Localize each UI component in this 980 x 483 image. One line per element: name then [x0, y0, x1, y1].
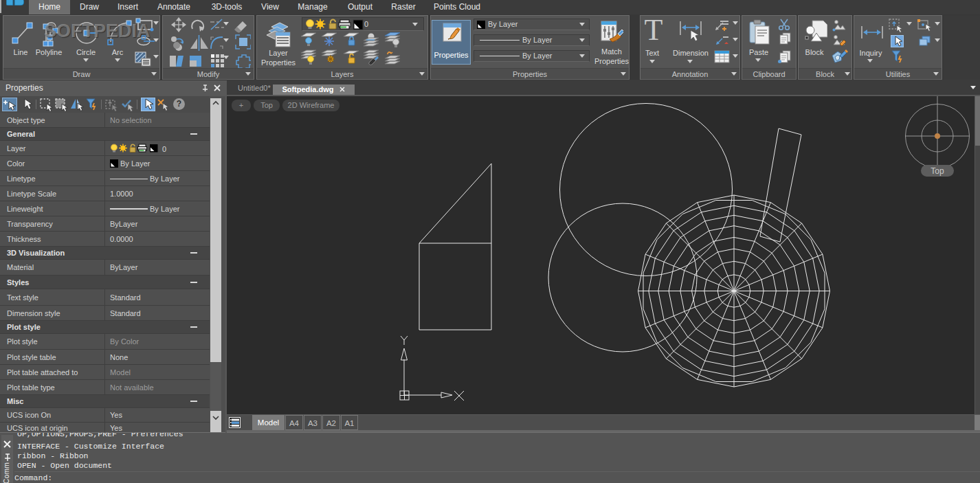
svg-text:Top: Top	[931, 166, 944, 176]
